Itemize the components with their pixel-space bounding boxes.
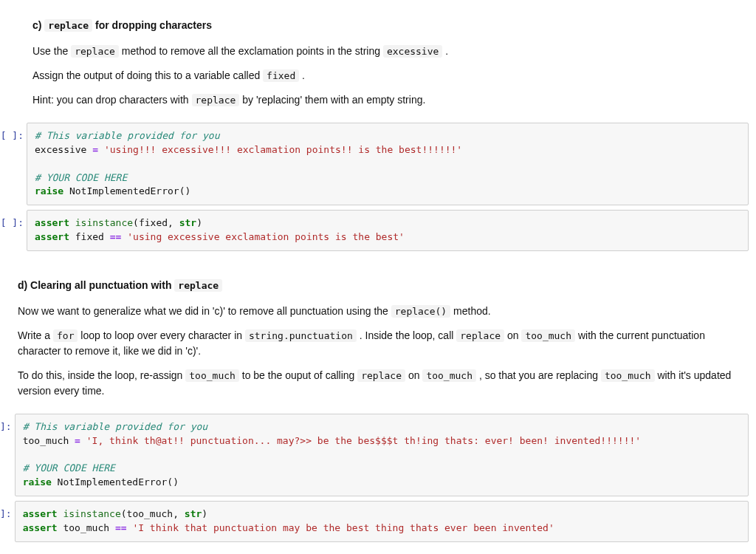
- code-cell[interactable]: [ ]: # This variable provided for you ex…: [0, 123, 749, 205]
- code-input[interactable]: # This variable provided for you too_muc…: [15, 414, 749, 496]
- heading-code: replace: [44, 19, 92, 32]
- markdown-cell-d: d) Clearing all punctuation with replace…: [0, 272, 749, 409]
- code-cell[interactable]: ]: # This variable provided for you too_…: [0, 414, 749, 496]
- markdown-cell-c: c) replace for dropping characters Use t…: [0, 12, 749, 118]
- input-prompt: ]:: [0, 414, 15, 496]
- heading-prefix: c): [32, 19, 44, 31]
- code-input[interactable]: assert isinstance(too_much, str) assert …: [15, 501, 749, 542]
- input-prompt: [ ]:: [0, 210, 27, 251]
- heading-prefix: d) Clearing all punctuation with: [18, 279, 174, 291]
- code-input[interactable]: # This variable provided for you excessi…: [27, 123, 749, 205]
- prompt-spacer: [0, 272, 12, 409]
- paragraph: Now we want to generalize what we did in…: [18, 304, 749, 319]
- section-c-heading: c) replace for dropping characters: [32, 18, 749, 33]
- heading-code: replace: [174, 279, 222, 292]
- paragraph: Write a for loop to loop over every char…: [18, 328, 749, 359]
- heading-suffix: for dropping characters: [92, 19, 212, 31]
- code-cell[interactable]: [ ]: assert isinstance(fixed, str) asser…: [0, 210, 749, 251]
- paragraph: Hint: you can drop characters with repla…: [32, 92, 749, 108]
- input-prompt: [ ]:: [0, 123, 27, 205]
- section-d-heading: d) Clearing all punctuation with replace: [18, 278, 749, 293]
- prompt-spacer: [0, 12, 27, 118]
- paragraph: To do this, inside the loop, re-assign t…: [18, 368, 749, 399]
- input-prompt: ]:: [0, 501, 15, 542]
- paragraph: Assign the output of doing this to a var…: [32, 68, 749, 83]
- paragraph: Use the replace method to remove all the…: [32, 44, 749, 59]
- notebook-page: c) replace for dropping characters Use t…: [0, 0, 756, 554]
- code-input[interactable]: assert isinstance(fixed, str) assert fix…: [27, 210, 749, 251]
- markdown-body: c) replace for dropping characters Use t…: [27, 12, 749, 118]
- markdown-body: d) Clearing all punctuation with replace…: [12, 272, 749, 409]
- code-cell[interactable]: ]: assert isinstance(too_much, str) asse…: [0, 501, 749, 542]
